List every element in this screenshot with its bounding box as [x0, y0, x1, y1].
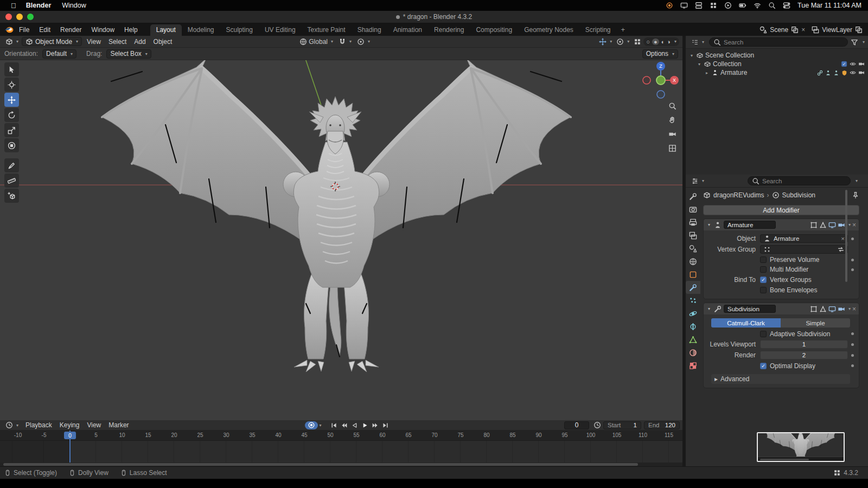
outliner-row-collection[interactable]: ▾Collection✓: [686, 60, 868, 68]
options-dropdown[interactable]: Options▾: [642, 49, 678, 59]
timeline-menu-keying[interactable]: Keying: [56, 421, 84, 429]
properties-tab-physics[interactable]: [686, 307, 700, 320]
person-icon[interactable]: [825, 70, 831, 76]
viewport-3d[interactable]: ▾ Object Mode▾ ViewSelectAddObject Globa…: [0, 36, 682, 420]
scale-tool-button[interactable]: [4, 123, 19, 137]
play-button[interactable]: [360, 421, 369, 429]
tweak-select-tool-button[interactable]: [4, 62, 19, 76]
show-gizmo-dropdown[interactable]: ▾: [597, 38, 614, 46]
menu-help[interactable]: Help: [119, 23, 143, 36]
properties-scrollbar[interactable]: [845, 190, 847, 282]
properties-search[interactable]: [748, 176, 851, 185]
armature-modifier-header[interactable]: ▾ Armature ▾ ×: [704, 219, 859, 230]
breadcrumb-modifier[interactable]: Subdivision: [782, 191, 815, 199]
multi-modifier-checkbox[interactable]: [760, 266, 767, 273]
orientation-dropdown[interactable]: Default▾: [42, 49, 76, 59]
gizmo-negative-x-ball[interactable]: [643, 76, 650, 84]
subdivision-modifier-header[interactable]: ▾ Subdivision ▾ ×: [704, 303, 859, 314]
shading-solid-button[interactable]: ●: [652, 38, 659, 45]
macos-menu-blender[interactable]: Blender: [21, 2, 57, 9]
outliner-row-armature[interactable]: ▸Armature: [686, 68, 868, 77]
workspace-tab-geometry-nodes[interactable]: Geometry Nodes: [518, 24, 579, 36]
adaptive-subdivision-checkbox[interactable]: [760, 331, 767, 337]
workspace-tab-scripting[interactable]: Scripting: [579, 24, 617, 36]
workspace-tab-layout[interactable]: Layout: [150, 24, 182, 36]
vertex-group-field[interactable]: [760, 245, 848, 254]
hide-viewport-eye-icon[interactable]: [850, 61, 856, 67]
invert-vertex-group-icon[interactable]: [837, 246, 845, 253]
viewport-grid-button[interactable]: [666, 142, 679, 154]
wifi-icon[interactable]: [754, 2, 761, 9]
workspace-tab-rendering[interactable]: Rendering: [428, 24, 470, 36]
collapse-arrow-icon[interactable]: ▾: [706, 222, 712, 227]
viewport-menu-object[interactable]: Object: [150, 38, 176, 46]
catmull-clark-button[interactable]: Catmull-Clark: [711, 318, 781, 328]
expand-arrow-icon[interactable]: ▸: [704, 70, 710, 75]
animate-dot[interactable]: [851, 237, 854, 240]
timeline-editor-type-button[interactable]: ▾: [3, 421, 21, 429]
navigation-gizmo[interactable]: Z X: [642, 61, 680, 100]
outliner-editor-type-button[interactable]: ▾: [689, 38, 706, 46]
outliner-search-input[interactable]: [724, 39, 844, 46]
stage-manager-icon[interactable]: [695, 2, 703, 9]
scene-selector[interactable]: Scene ×: [760, 26, 805, 34]
properties-editor-type-button[interactable]: ▾: [689, 177, 706, 185]
add-modifier-button[interactable]: Add Modifier: [703, 205, 859, 215]
gizmo-x-label[interactable]: X: [673, 78, 676, 83]
viewport-magnifier-button[interactable]: [666, 100, 679, 112]
menu-edit[interactable]: Edit: [34, 23, 55, 36]
properties-tab-particles[interactable]: [686, 294, 700, 307]
render-toggle-icon[interactable]: [838, 221, 845, 229]
menu-clock[interactable]: Tue Mar 11 11:04 AM: [797, 2, 861, 9]
minimize-window-button[interactable]: [16, 14, 23, 20]
viewport-menu-select[interactable]: Select: [105, 38, 130, 46]
revplay-button[interactable]: [350, 421, 359, 429]
properties-tab-scene[interactable]: [686, 242, 700, 255]
modifier-extras-chevron[interactable]: ▾: [848, 306, 851, 311]
properties-tab-object[interactable]: [686, 268, 700, 281]
current-frame-field[interactable]: 0: [564, 421, 589, 429]
cursor-3d-tool-button[interactable]: [4, 78, 19, 92]
realtime-toggle-icon[interactable]: [828, 305, 836, 313]
rotate-tool-button[interactable]: [4, 108, 19, 122]
animate-dot[interactable]: [851, 332, 854, 335]
measure-tool-button[interactable]: [4, 174, 19, 188]
workspace-tab-compositing[interactable]: Compositing: [470, 24, 518, 36]
disable-render-camera-icon[interactable]: [858, 61, 865, 67]
frame-end-field[interactable]: End 120: [644, 421, 680, 429]
keying-popover-chevron[interactable]: ▾: [320, 423, 322, 428]
animate-dot[interactable]: [851, 343, 854, 346]
spotlight-icon[interactable]: [768, 2, 776, 9]
timeline-menu-view[interactable]: View: [83, 421, 105, 429]
gizmo-y-ball[interactable]: [656, 76, 665, 85]
viewport-hand-button[interactable]: [666, 114, 679, 126]
workspace-tab-uv-editing[interactable]: UV Editing: [259, 24, 302, 36]
vertex-groups-checkbox[interactable]: ✓: [760, 277, 767, 283]
properties-tab-material[interactable]: [686, 346, 700, 359]
control-center-icon[interactable]: [783, 2, 790, 9]
screen-record-icon[interactable]: [666, 2, 673, 9]
viewport-camera-button[interactable]: [666, 128, 679, 140]
overlays-dropdown[interactable]: ▾: [614, 38, 631, 46]
mode-dropdown[interactable]: Object Mode▾: [22, 37, 82, 46]
timeline-track[interactable]: [0, 441, 682, 463]
transform-orientation-dropdown[interactable]: Global▾: [297, 38, 335, 46]
modifier-extras-chevron[interactable]: ▾: [848, 222, 851, 227]
timeline-ruler[interactable]: -10-505101520253035404550556065707580859…: [0, 431, 682, 441]
properties-tab-world[interactable]: [686, 255, 700, 268]
workspace-tab-modeling[interactable]: Modeling: [182, 24, 220, 36]
on-cage-toggle-icon[interactable]: [819, 305, 827, 313]
properties-tab-render[interactable]: [686, 203, 700, 216]
shading-mode-switch[interactable]: ○ ● ◐ ◑ ▾: [643, 37, 679, 46]
start-button[interactable]: [329, 421, 339, 429]
xray-toggle[interactable]: [631, 38, 643, 46]
properties-tab-data[interactable]: [686, 333, 700, 346]
levels-viewport-field[interactable]: 1: [760, 340, 848, 349]
collapse-arrow-icon[interactable]: ▾: [697, 62, 702, 67]
add-cube-tool-button[interactable]: [4, 189, 19, 203]
timeline-scrollbar-thumb[interactable]: [3, 463, 638, 466]
outliner-options-chevron[interactable]: ▾: [863, 40, 865, 44]
use-preview-range-icon[interactable]: [593, 421, 601, 429]
shading-wireframe-button[interactable]: ○: [646, 38, 650, 45]
subdivision-modifier-name-field[interactable]: Subdivision: [724, 305, 776, 313]
